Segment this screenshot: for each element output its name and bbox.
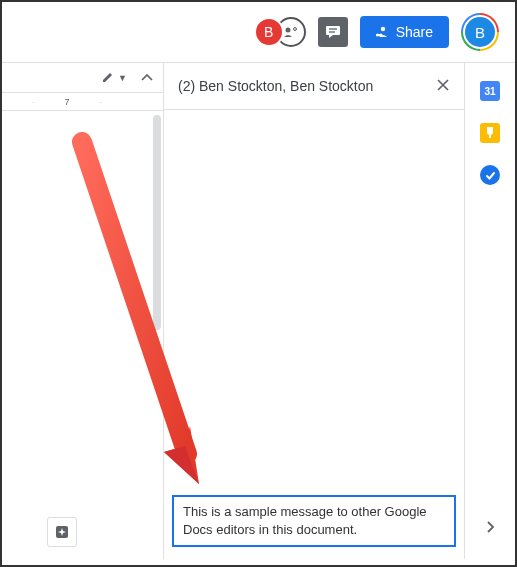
close-icon xyxy=(436,78,450,92)
chevron-up-icon xyxy=(141,74,153,82)
svg-point-0 xyxy=(285,28,290,33)
comment-history-button[interactable] xyxy=(318,17,348,47)
share-button[interactable]: Share xyxy=(360,16,449,48)
explore-icon xyxy=(54,524,70,540)
chat-input[interactable] xyxy=(172,495,456,547)
chat-input-container xyxy=(164,487,464,559)
chat-panel: (2) Ben Stockton, Ben Stockton xyxy=(164,63,465,559)
svg-point-8 xyxy=(376,34,379,37)
editing-mode-button[interactable]: ▼ xyxy=(101,71,127,84)
svg-point-6 xyxy=(380,27,384,31)
keep-icon xyxy=(484,126,496,140)
ruler-mark: 7 xyxy=(65,97,70,107)
pencil-icon xyxy=(101,71,114,84)
chat-messages-area xyxy=(164,110,464,487)
collaborator-avatars: B xyxy=(254,17,306,47)
main-area: ▼ · 7 · (2) Ben Stockton, Ben Stockton xyxy=(2,62,515,559)
anonymous-icon xyxy=(283,26,299,38)
share-icon xyxy=(376,25,390,39)
collaborator-avatar-b[interactable]: B xyxy=(254,17,284,47)
tasks-icon xyxy=(485,170,496,181)
chat-header: (2) Ben Stockton, Ben Stockton xyxy=(164,63,464,110)
explore-button[interactable] xyxy=(47,517,77,547)
top-bar: B Share B xyxy=(2,2,515,62)
side-panel-rail: 31 xyxy=(465,63,515,559)
editing-mode-toolbar: ▼ xyxy=(2,63,163,93)
document-area: ▼ · 7 · xyxy=(2,63,164,559)
comment-icon xyxy=(325,25,341,39)
share-button-label: Share xyxy=(396,24,433,40)
collapse-button[interactable] xyxy=(141,70,153,85)
chat-title: (2) Ben Stockton, Ben Stockton xyxy=(178,78,373,94)
dropdown-arrow-icon: ▼ xyxy=(118,73,127,83)
chevron-right-icon xyxy=(485,520,495,534)
close-chat-button[interactable] xyxy=(436,76,450,97)
svg-rect-3 xyxy=(326,26,340,35)
calendar-addon-button[interactable]: 31 xyxy=(480,81,500,101)
keep-addon-button[interactable] xyxy=(480,123,500,143)
tasks-addon-button[interactable] xyxy=(480,165,500,185)
svg-point-9 xyxy=(379,34,382,37)
document-scrollbar[interactable] xyxy=(153,115,161,330)
ruler[interactable]: · 7 · xyxy=(2,93,163,111)
hide-side-panel-button[interactable] xyxy=(485,518,495,539)
account-avatar[interactable]: B xyxy=(461,13,499,51)
svg-point-2 xyxy=(294,29,295,30)
